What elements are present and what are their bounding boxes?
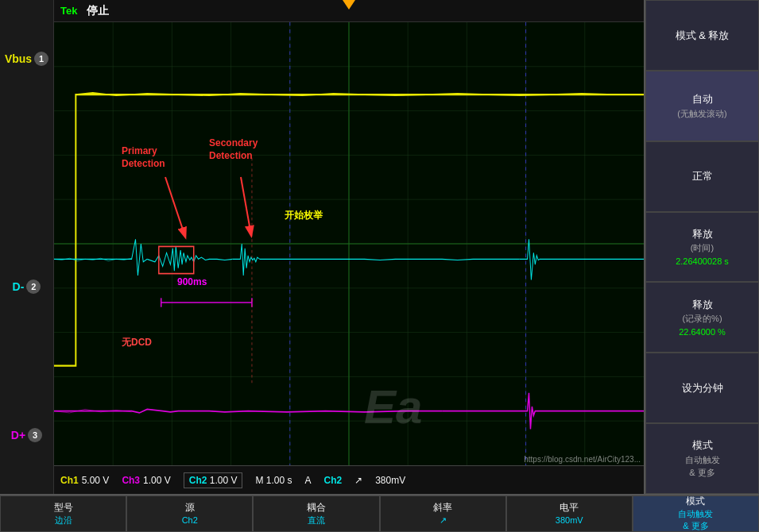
release-pct-value: 22.64000 % bbox=[679, 326, 726, 339]
trigger-edge-icon: ↗ bbox=[354, 475, 362, 486]
slope-label: 斜率 bbox=[433, 501, 452, 515]
ch3-info: Ch3 1.00 V bbox=[122, 475, 170, 486]
type-label: 型号 bbox=[54, 501, 73, 515]
set-minute-label: 设为分钟 bbox=[682, 380, 723, 396]
ch1-label: Ch1 bbox=[60, 475, 79, 486]
slope-value: ↗ bbox=[440, 515, 447, 526]
ch1-volt: 5.00 V bbox=[82, 475, 110, 486]
ch1-label-area: Vbus 1 bbox=[5, 52, 48, 66]
more-mode-label3: & 更多 bbox=[683, 520, 708, 532]
trigger-level-value: 380mV bbox=[375, 475, 405, 486]
mode-label: 模式 bbox=[692, 438, 713, 453]
ch1-info: Ch1 5.00 V bbox=[60, 475, 109, 486]
coupling-label: 耦合 bbox=[307, 501, 326, 515]
ch3-label-area: D+ 3 bbox=[11, 428, 42, 442]
ch3-label: Ch3 bbox=[122, 475, 140, 486]
auto-trigger-btn[interactable]: 模式 自动触发 & 更多 bbox=[645, 423, 759, 494]
ch3-name: D+ bbox=[11, 429, 25, 441]
coupling-value: 直流 bbox=[308, 515, 325, 526]
auto-sub-label: (无触发滚动) bbox=[677, 107, 726, 121]
mode-release-btn[interactable]: 模式 & 释放 bbox=[645, 0, 759, 71]
level-label: 电平 bbox=[560, 501, 579, 515]
ch1-name: Vbus bbox=[5, 52, 32, 65]
ea-text: Ea bbox=[364, 380, 422, 434]
normal-label: 正常 bbox=[692, 168, 713, 184]
normal-btn[interactable]: 正常 bbox=[645, 141, 759, 212]
trigger-source-label: Ch2 bbox=[324, 475, 343, 486]
right-panel: 模式 & 释放 自动 (无触发滚动) 正常 释放 (时间) 2.26400028… bbox=[644, 0, 759, 494]
top-bar: Tek 停止 Δ: 300ms Δ: 20.0mV @: -1.14 s @: … bbox=[54, 0, 644, 22]
ch3-num: 3 bbox=[28, 428, 42, 442]
more-mode-label1: 模式 bbox=[686, 495, 705, 508]
bottom-toolbar: 型号 边沿 源 Ch2 耦合 直流 斜率 ↗ 电平 380mV 模式 自动触发 … bbox=[0, 494, 759, 532]
scope-svg bbox=[54, 22, 644, 465]
main-container: Vbus 1 D- 2 D+ 3 Tek 停止 Δ: 300ms bbox=[0, 0, 759, 494]
release-time-btn[interactable]: 释放 (时间) 2.26400028 s bbox=[645, 212, 759, 283]
edge-label: 边沿 bbox=[55, 515, 72, 526]
scope-area: Tek 停止 Δ: 300ms Δ: 20.0mV @: -1.14 s @: … bbox=[54, 0, 644, 494]
no-dcd-label: 无DCD bbox=[122, 336, 152, 349]
trigger-arrow-icon bbox=[343, 0, 355, 10]
stop-label: 停止 bbox=[87, 4, 109, 18]
ch1-num: 1 bbox=[34, 52, 48, 66]
release-pct-label: 释放 bbox=[692, 297, 713, 313]
source-value: Ch2 bbox=[182, 515, 198, 526]
level-value: 380mV bbox=[556, 515, 583, 526]
auto-trig-label: 自动触发 bbox=[685, 453, 720, 467]
release-time-sub: (时间) bbox=[691, 241, 714, 255]
more-mode-label2: 自动触发 bbox=[678, 508, 713, 520]
ch2-label-area: D- 2 bbox=[13, 279, 41, 294]
mode-release-label: 模式 & 释放 bbox=[676, 28, 730, 44]
type-btn[interactable]: 型号 边沿 bbox=[0, 495, 126, 532]
slope-btn[interactable]: 斜率 ↗ bbox=[380, 495, 506, 532]
ch2-volt: 1.00 V bbox=[210, 475, 238, 486]
ch3-volt: 1.00 V bbox=[143, 475, 171, 486]
auto-trig-more: & 更多 bbox=[689, 466, 714, 480]
release-time-label: 释放 bbox=[692, 226, 713, 242]
release-pct-sub: (记录的%) bbox=[682, 312, 722, 326]
auto-label: 自动 bbox=[692, 91, 713, 107]
bottom-measurements-bar: Ch1 5.00 V Ch3 1.00 V Ch2 1.00 V M 1.00 … bbox=[54, 465, 644, 494]
release-time-value: 2.26400028 s bbox=[676, 255, 729, 268]
level-btn[interactable]: 电平 380mV bbox=[506, 495, 633, 532]
release-pct-btn[interactable]: 释放 (记录的%) 22.64000 % bbox=[645, 282, 759, 353]
trigger-ch-label: A bbox=[305, 475, 312, 486]
time-div-label: M 1.00 s bbox=[255, 475, 292, 486]
grid-container: Primary Detection Secondary Detection 开始… bbox=[54, 22, 644, 465]
coupling-btn[interactable]: 耦合 直流 bbox=[253, 495, 379, 532]
ch2-name: D- bbox=[13, 280, 25, 293]
ch2-label: Ch2 bbox=[189, 475, 207, 486]
auto-mode-btn[interactable]: 自动 (无触发滚动) bbox=[645, 71, 759, 141]
more-mode-btn[interactable]: 模式 自动触发 & 更多 bbox=[633, 495, 759, 532]
source-label: 源 bbox=[185, 501, 195, 515]
set-minute-btn[interactable]: 设为分钟 bbox=[645, 353, 759, 423]
label-900ms: 900ms bbox=[177, 276, 207, 287]
ch2-num: 2 bbox=[26, 279, 41, 294]
tek-label: Tek bbox=[60, 5, 77, 17]
left-labels: Vbus 1 D- 2 D+ 3 bbox=[0, 0, 54, 494]
ch2-box: Ch2 1.00 V bbox=[184, 472, 243, 488]
source-btn[interactable]: 源 Ch2 bbox=[126, 495, 253, 532]
trigger-arrow-indicator bbox=[343, 0, 355, 10]
